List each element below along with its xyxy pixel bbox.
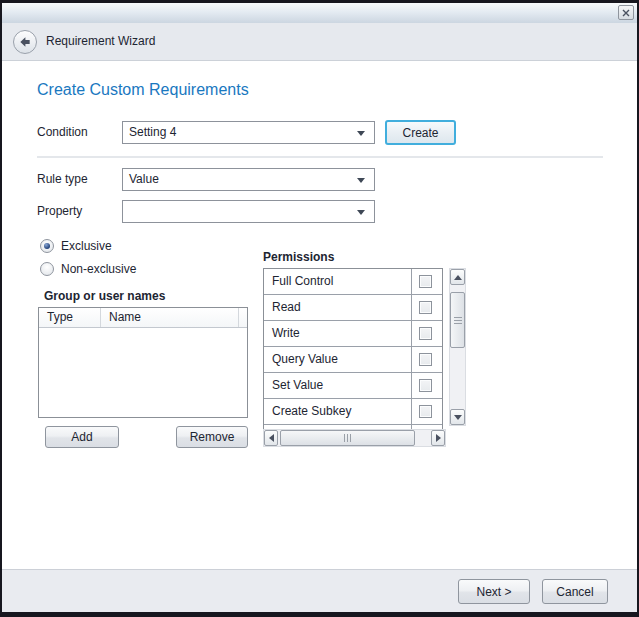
permission-name: Read: [264, 295, 412, 320]
next-button[interactable]: Next >: [458, 579, 530, 604]
rule-type-label: Rule type: [37, 168, 88, 191]
permission-row[interactable]: Query Value: [264, 347, 442, 373]
chevron-down-icon: [357, 178, 365, 183]
chevron-down-icon: [357, 131, 365, 136]
group-list-header: Type Name: [39, 308, 247, 328]
permission-check-cell: [412, 347, 442, 372]
property-dropdown[interactable]: [122, 200, 375, 223]
radio-non-exclusive[interactable]: Non-exclusive: [40, 262, 136, 276]
permission-name: Create Subkey: [264, 399, 412, 424]
condition-label: Condition: [37, 121, 88, 144]
radio-button-icon: [40, 262, 54, 276]
permission-check-cell: [412, 295, 442, 320]
permission-row[interactable]: Set Value: [264, 373, 442, 399]
back-button[interactable]: [13, 30, 37, 54]
triangle-down-icon: [454, 415, 462, 420]
triangle-left-icon: [269, 434, 274, 442]
wizard-content: Create Custom Requirements Condition Set…: [2, 61, 637, 569]
radio-exclusive-label: Exclusive: [61, 239, 112, 253]
window-title: Requirement Wizard: [46, 23, 155, 60]
permission-name: Query Value: [264, 347, 412, 372]
permission-checkbox[interactable]: [419, 327, 432, 340]
permission-row[interactable]: Full Control: [264, 269, 442, 295]
permissions-vertical-scrollbar[interactable]: [449, 268, 466, 426]
wizard-window: Requirement Wizard Create Custom Require…: [0, 0, 639, 617]
section-separator: [37, 156, 603, 158]
group-user-list: Type Name: [38, 307, 248, 418]
close-button[interactable]: [618, 5, 634, 20]
create-button[interactable]: Create: [385, 120, 456, 145]
wizard-footer: Next > Cancel: [2, 569, 637, 612]
horizontal-scroll-thumb[interactable]: [280, 430, 415, 446]
permission-checkbox[interactable]: [419, 353, 432, 366]
permission-check-cell: [412, 321, 442, 346]
scroll-left-button[interactable]: [264, 430, 278, 446]
thumb-grip-icon: [344, 434, 351, 442]
permission-name: Set Value: [264, 373, 412, 398]
permissions-table: Full Control Read Write Query Value Set …: [263, 268, 443, 429]
scroll-right-button[interactable]: [431, 430, 445, 446]
column-header-spacer: [239, 308, 247, 327]
group-list-body[interactable]: [39, 328, 247, 417]
permission-checkbox[interactable]: [419, 405, 432, 418]
scroll-up-button[interactable]: [450, 269, 465, 285]
back-arrow-icon: [18, 35, 32, 49]
page-title: Create Custom Requirements: [37, 81, 249, 99]
radio-non-exclusive-label: Non-exclusive: [61, 262, 136, 276]
permission-check-cell: [412, 373, 442, 398]
permission-check-cell: [412, 269, 442, 294]
permission-checkbox[interactable]: [419, 275, 432, 288]
permissions-horizontal-scrollbar[interactable]: [263, 429, 446, 447]
property-label: Property: [37, 200, 82, 223]
permission-name: Write: [264, 321, 412, 346]
chevron-down-icon: [357, 210, 365, 215]
permissions-label: Permissions: [263, 250, 334, 264]
radio-exclusive[interactable]: Exclusive: [40, 239, 112, 253]
permission-check-cell: [412, 399, 442, 424]
vertical-scroll-thumb[interactable]: [450, 292, 465, 348]
rule-type-dropdown[interactable]: Value: [122, 168, 375, 191]
rule-type-value: Value: [129, 172, 159, 186]
condition-dropdown[interactable]: Setting 4: [122, 121, 375, 144]
titlebar: [2, 3, 637, 23]
group-user-names-label: Group or user names: [44, 289, 165, 303]
permission-name: Full Control: [264, 269, 412, 294]
horizontal-scroll-track[interactable]: [278, 430, 431, 446]
thumb-grip-icon: [454, 317, 462, 324]
remove-button[interactable]: Remove: [176, 426, 248, 448]
permission-row[interactable]: Write: [264, 321, 442, 347]
permission-row[interactable]: Read: [264, 295, 442, 321]
condition-value: Setting 4: [129, 125, 176, 139]
wizard-header: Requirement Wizard: [2, 23, 637, 61]
scroll-down-button[interactable]: [450, 409, 465, 425]
permission-checkbox[interactable]: [419, 301, 432, 314]
close-icon: [622, 9, 630, 17]
add-button[interactable]: Add: [45, 426, 119, 448]
permissions-rows: Full Control Read Write Query Value Set …: [264, 269, 442, 429]
triangle-up-icon: [454, 275, 462, 280]
permission-checkbox[interactable]: [419, 379, 432, 392]
permission-row[interactable]: Create Subkey: [264, 399, 442, 425]
triangle-right-icon: [436, 434, 441, 442]
cancel-button[interactable]: Cancel: [542, 579, 608, 604]
column-header-name[interactable]: Name: [101, 308, 239, 327]
radio-button-icon: [40, 239, 54, 253]
column-header-type[interactable]: Type: [39, 308, 101, 327]
